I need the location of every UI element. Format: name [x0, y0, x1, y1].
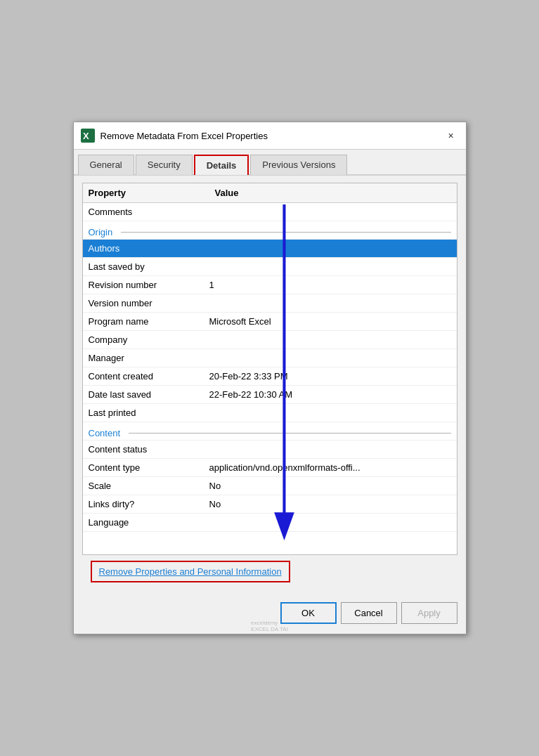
header-property: Property: [89, 188, 215, 198]
property-table-wrapper: Property Value Comments Origin Authors: [82, 183, 457, 555]
table-row[interactable]: Program name Microsoft Excel: [83, 313, 457, 331]
section-content: Content: [83, 422, 457, 441]
tab-security[interactable]: Security: [136, 155, 193, 175]
table-row[interactable]: Comments: [83, 203, 457, 221]
tab-bar: General Security Details Previous Versio…: [74, 150, 466, 176]
table-row[interactable]: Links dirty? No: [83, 495, 457, 514]
table-row-authors[interactable]: Authors: [83, 240, 457, 258]
watermark: exceldemyEXCEL DA TAI: [251, 620, 288, 632]
table-row[interactable]: Language: [83, 514, 457, 532]
table-row[interactable]: Manager: [83, 349, 457, 367]
svg-text:X: X: [83, 131, 89, 141]
dialog-title: Remove Metadata From Excel Properties: [100, 131, 438, 141]
tab-previous-versions[interactable]: Previous Versions: [250, 155, 347, 175]
table-row[interactable]: Last printed: [83, 404, 457, 422]
dialog: X Remove Metadata From Excel Properties …: [73, 122, 467, 634]
table-row[interactable]: Scale No: [83, 477, 457, 495]
ok-button[interactable]: OK: [280, 602, 337, 624]
table-row[interactable]: Last saved by: [83, 258, 457, 276]
table-row[interactable]: Content created 20-Feb-22 3:33 PM: [83, 367, 457, 386]
footer-buttons: OK Cancel Apply exceldemyEXCEL DA TAI: [74, 595, 466, 634]
table-row[interactable]: Content status: [83, 441, 457, 459]
table-row[interactable]: Revision number 1: [83, 276, 457, 294]
table-header: Property Value: [83, 183, 457, 203]
table-row[interactable]: Version number: [83, 294, 457, 313]
content-area: Property Value Comments Origin Authors: [74, 176, 466, 595]
table-row[interactable]: Date last saved 22-Feb-22 10:30 AM: [83, 386, 457, 404]
remove-properties-link[interactable]: Remove Properties and Personal Informati…: [91, 561, 290, 582]
table-row[interactable]: Company: [83, 331, 457, 349]
close-button[interactable]: ×: [443, 128, 459, 143]
cancel-button[interactable]: Cancel: [341, 602, 397, 624]
tab-details[interactable]: Details: [194, 155, 249, 175]
section-origin: Origin: [83, 221, 457, 240]
header-value: Value: [215, 188, 451, 198]
apply-button[interactable]: Apply: [401, 602, 457, 624]
table-scroll[interactable]: Comments Origin Authors Last saved by: [83, 203, 457, 547]
excel-icon: X: [81, 129, 95, 143]
table-row[interactable]: Content type application/vnd.openxmlform…: [83, 459, 457, 477]
title-bar: X Remove Metadata From Excel Properties …: [74, 122, 466, 150]
tab-general[interactable]: General: [78, 155, 134, 175]
link-row: Remove Properties and Personal Informati…: [82, 555, 457, 588]
